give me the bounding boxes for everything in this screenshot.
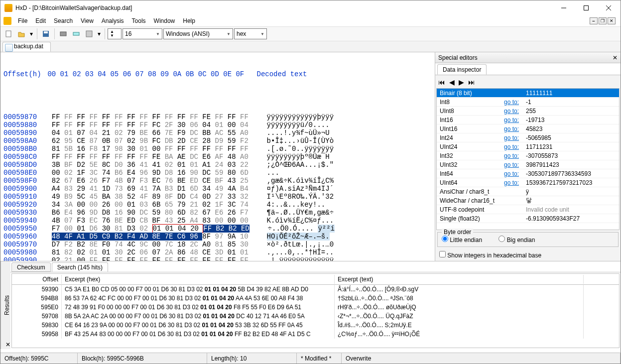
menu-view[interactable]: View — [77, 16, 97, 25]
svg-rect-7 — [44, 31, 48, 33]
nav-prev-icon[interactable]: ◀ — [449, 78, 455, 86]
menu-window[interactable]: Window — [150, 16, 179, 25]
menu-bar: File Edit Search View Analysis Tools Win… — [0, 15, 621, 26]
hex-row[interactable]: 000598C0 FF FF FF FF FF FF FF FF FE BA A… — [3, 153, 432, 161]
open-dropdown[interactable]: ▾ — [28, 28, 34, 40]
cols-updown[interactable]: ▲▼ — [108, 28, 122, 39]
check-hex-integers[interactable]: Show integers in hexadecimal base — [439, 252, 541, 259]
nav-last-icon[interactable]: ⏭ — [468, 78, 475, 86]
hex-row[interactable]: 000598E0 00 02 1F 3C 74 B6 E4 96 9D D8 1… — [3, 169, 432, 177]
nav-first-icon[interactable]: ⏮ — [438, 78, 445, 86]
mdi-minimize[interactable]: ‒ — [590, 17, 598, 24]
result-row[interactable]: 595E072 48 39 91 F0 00 00 00 F7 00 01 D6… — [12, 303, 619, 312]
minimize-button[interactable] — [552, 1, 575, 15]
hex-row[interactable]: 00059930 B6 E4 96 9D D8 16 90 DC 59 80 6… — [3, 209, 432, 217]
hex-row[interactable]: 000598B0 81 5B 16 F8 17 98 30 01 00 FF F… — [3, 145, 432, 153]
hex-row[interactable]: 00059980 81 82 02 01 01 30 2C 06 07 2A 8… — [3, 248, 432, 256]
menu-tools[interactable]: Tools — [128, 16, 149, 25]
maximize-button[interactable] — [575, 1, 597, 15]
inspector-row[interactable]: AnsiChar / char8_tÿ — [437, 187, 619, 196]
data-inspector-table[interactable]: Binair (8 bit)11111111Int8go to:-1UInt8g… — [436, 88, 620, 230]
floppy-button[interactable] — [83, 28, 95, 40]
result-row[interactable]: 594B886 53 7A 62 4C FC 00 00 F7 00 01 D6… — [12, 294, 619, 303]
inspector-row[interactable]: Binair (8 bit)11111111 — [437, 89, 619, 98]
hex-row[interactable]: 00059970 D7 F2 B2 8E F0 74 4C 9C 00 7C 1… — [3, 241, 432, 248]
inspector-row[interactable]: UInt24go to:11711231 — [437, 142, 619, 151]
special-editors-panel: Special editors ✕ Data inspector ⏮ ◀ ▶ ⏭… — [435, 52, 621, 261]
tab-checksum[interactable]: Checksum — [11, 262, 51, 272]
title-bar: HxD - [D:\BitcoinWalletSalvager\backup.d… — [0, 0, 621, 15]
inspector-row[interactable]: UInt64go to:15393672175973217023 — [437, 178, 619, 187]
hex-row[interactable]: 00059880 FF FF FF FF FF FF FF FF FC 2F 3… — [3, 121, 432, 129]
inspector-row[interactable]: UTF-8 codepointInvalid code unit — [437, 205, 619, 214]
encoding-combo[interactable]: Windows (ANSI)▼ — [163, 28, 233, 39]
inspector-row[interactable]: Int32go to:-307055873 — [437, 151, 619, 160]
results-pane: Results ✕ Checksum Search (145 hits) Off… — [0, 261, 621, 349]
tab-data-inspector[interactable]: Data inspector — [437, 64, 487, 75]
new-button[interactable] — [2, 28, 14, 40]
search-results-table[interactable]: Offset Excerpt (hex) Excerpt (text) 5939… — [11, 273, 620, 348]
mdi-controls: ‒ ❐ ✕ — [590, 17, 619, 24]
hex-row[interactable]: 00059910 49 B9 5C 45 BA 38 52 4F 89 8F D… — [3, 193, 432, 201]
radio-big-endian[interactable]: Big endian — [498, 237, 535, 243]
mdi-close[interactable]: ✕ — [608, 17, 616, 24]
result-row[interactable]: 597088B 5A 2A AC 2A 00 00 00 F7 00 01 D6… — [12, 312, 619, 321]
cols-combo[interactable]: 16▼ — [123, 28, 162, 39]
base-combo[interactable]: hex▼ — [234, 28, 267, 39]
inspector-row[interactable]: Int24go to:-5065985 — [437, 133, 619, 142]
svg-rect-5 — [6, 31, 11, 37]
inspector-row[interactable]: WideChar / char16_t닿 — [437, 196, 619, 205]
mdi-restore[interactable]: ❐ — [599, 17, 607, 24]
inspector-row[interactable]: UInt16go to:45823 — [437, 124, 619, 133]
inspector-row[interactable]: Int64go to:-3053071897736334593 — [437, 169, 619, 178]
inspector-row[interactable]: Int16go to:-19713 — [437, 116, 619, 124]
hex-row[interactable]: 00059890 04 01 07 04 21 02 79 BE 66 7E F… — [3, 129, 432, 137]
hex-row[interactable]: 00059940 4B 07 F3 EC 76 BE ED CB BF 43 2… — [3, 217, 432, 225]
svg-rect-10 — [86, 31, 92, 37]
svg-rect-1 — [584, 6, 588, 10]
hex-row[interactable]: 00059920 34 3A 00 00 26 00 01 03 6B 65 7… — [3, 201, 432, 209]
close-button[interactable] — [597, 1, 620, 15]
tab-search[interactable]: Search (145 hits) — [52, 262, 108, 272]
result-row[interactable]: 59830CE 64 16 23 9A 00 00 00 F7 00 01 D6… — [12, 321, 619, 330]
hex-row[interactable]: 00059900 A4 83 29 41 1D 73 69 41 7A B3 D… — [3, 185, 432, 193]
menu-analysis[interactable]: Analysis — [98, 16, 127, 25]
results-header: Offset Excerpt (hex) Excerpt (text) — [12, 274, 619, 285]
menu-file[interactable]: File — [14, 16, 31, 25]
radio-little-endian[interactable]: Little endian — [442, 237, 482, 243]
results-close-icon[interactable]: ✕ — [5, 341, 10, 348]
menu-edit[interactable]: Edit — [32, 16, 49, 25]
status-length: Length(h): 10 — [207, 353, 297, 364]
file-tab-backup[interactable]: backup.dat — [2, 42, 51, 52]
ram-button[interactable] — [70, 28, 82, 40]
result-row[interactable]: 59390C5 3A E1 B0 CD 05 00 00 F7 00 01 D6… — [12, 285, 619, 294]
hex-row[interactable]: 00059870 FF FF FF FF FF FF FF FF FF FF F… — [3, 113, 432, 121]
hex-row[interactable]: 00059960 48 4F A1 D5 C9 B2 F4 AD 8E 7E C… — [3, 233, 432, 241]
floppy-dropdown[interactable]: ▾ — [96, 28, 102, 40]
file-tabstrip: backup.dat — [0, 41, 621, 52]
status-bar: Offset(h): 5995C Block(h): 5995C-5996B L… — [0, 353, 621, 364]
panel-close-icon[interactable]: ✕ — [613, 54, 618, 61]
app-icon — [4, 4, 12, 12]
hex-row[interactable]: 000598A0 62 95 CE 87 0B 07 02 9B FC DB 2… — [3, 137, 432, 145]
results-side-label: Results ✕ — [0, 261, 10, 349]
hex-row[interactable]: 000598F0 82 67 E6 26 F7 4B 07 F3 EC 76 B… — [3, 177, 432, 185]
hex-editor[interactable]: Offset(h) 00 01 02 03 04 05 06 07 08 09 … — [0, 52, 435, 261]
inspector-row[interactable]: UInt8go to:255 — [437, 107, 619, 116]
hex-row[interactable]: 000598D0 3B BF D2 5E 8C D0 36 41 41 02 0… — [3, 161, 432, 169]
nav-next-icon[interactable]: ▶ — [459, 78, 464, 86]
status-block: Block(h): 5995C-5996B — [78, 353, 207, 364]
menu-help[interactable]: Help — [179, 16, 199, 25]
inspector-row[interactable]: Int8go to:-1 — [437, 98, 619, 107]
inspector-row[interactable]: UInt32go to:3987911423 — [437, 160, 619, 169]
hex-row[interactable]: 00059990 02 21 00 FF FF FF FF FF FF FF F… — [3, 256, 432, 261]
menu-search[interactable]: Search — [50, 16, 76, 25]
open-button[interactable] — [15, 28, 27, 40]
inspector-row[interactable]: Single (float32)-6.91309059343F27 — [437, 214, 619, 223]
hex-row[interactable]: 00059950 F7 00 01 D6 30 81 D3 02 01 01 0… — [3, 225, 432, 233]
save-button[interactable] — [40, 28, 52, 40]
status-modified: * Modified * — [297, 353, 342, 364]
app-icon-small — [3, 17, 11, 25]
disk-button[interactable] — [57, 28, 69, 40]
result-row[interactable]: 59958BF 43 25 A4 83 00 00 00 F7 00 01 D6… — [12, 330, 619, 339]
